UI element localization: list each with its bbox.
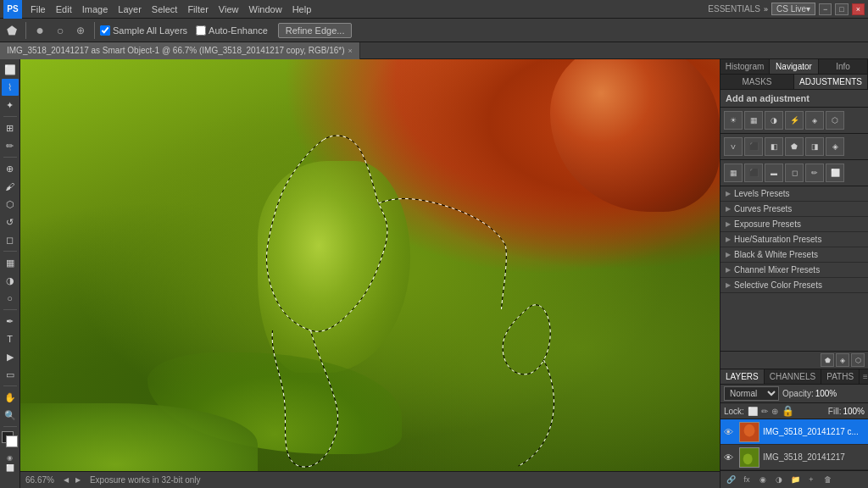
tool-shape[interactable]: ▭ [2, 366, 19, 383]
close-btn[interactable]: × [852, 3, 865, 15]
tool-lasso[interactable]: ⌇ [2, 79, 19, 96]
quick-mask-btn[interactable]: ◉ [7, 454, 13, 462]
document-tab[interactable]: IMG_3518_20141217 as Smart Object-1 @ 66… [0, 42, 360, 59]
sample-all-checkbox[interactable] [100, 25, 110, 36]
layer-item-smart[interactable]: 👁 IMG_3518_20141217 c... [721, 419, 868, 445]
layer-adjustment-icon[interactable]: ◑ [772, 473, 786, 486]
adj-curves-presets[interactable]: ▶ Curves Presets [721, 202, 868, 217]
tool-dodge[interactable]: ○ [2, 290, 19, 307]
tab-navigator[interactable]: Navigator [770, 59, 819, 74]
lock-pixels-btn[interactable]: ✏ [761, 407, 768, 416]
adj-invert-btn[interactable]: ◈ [826, 137, 844, 156]
menu-layer[interactable]: Layer [113, 3, 147, 16]
adj-selectivecolor-presets[interactable]: ▶ Selective Color Presets [721, 278, 868, 293]
lock-position-btn[interactable]: ⊕ [771, 407, 778, 416]
opacity-value[interactable]: 100% [815, 389, 837, 398]
tool-brush[interactable]: 🖌 [2, 178, 19, 195]
adj-selectivecolor-btn[interactable]: ◻ [785, 164, 804, 182]
adj-threshold-btn[interactable]: ⬛ [744, 164, 763, 182]
sample-all-label[interactable]: Sample All Layers [100, 25, 187, 36]
lock-transparent-btn[interactable]: ⬜ [748, 407, 758, 416]
adj-levels-btn[interactable]: ▦ [744, 111, 763, 130]
panel-icon-1[interactable]: ⬟ [821, 353, 834, 367]
tool-hand[interactable]: ✋ [2, 389, 19, 406]
screen-mode-btn[interactable]: ⬜ [6, 464, 14, 472]
tool-stamp[interactable]: ⬡ [2, 196, 19, 213]
auto-enhance-label[interactable]: Auto-Enhance [196, 25, 268, 36]
tab-histogram[interactable]: Histogram [721, 59, 770, 74]
adj-extra2-btn[interactable]: ⬜ [826, 164, 844, 182]
layer-item-normal[interactable]: 👁 IMG_3518_20141217 [721, 445, 868, 470]
adj-extra1-btn[interactable]: ✏ [805, 164, 824, 182]
tool-icon-main[interactable]: ⬟ [3, 22, 20, 39]
minimize-btn[interactable]: − [819, 3, 832, 15]
panel-icon-3[interactable]: ⬡ [851, 353, 865, 367]
tool-crop[interactable]: ⊞ [2, 119, 19, 136]
layer-delete-icon[interactable]: 🗑 [821, 473, 834, 486]
tool-type[interactable]: T [2, 330, 19, 347]
menu-file[interactable]: File [25, 3, 51, 16]
refine-edge-button[interactable]: Refine Edge... [278, 23, 353, 38]
menu-help[interactable]: Help [287, 3, 317, 16]
tool-eyedropper[interactable]: ✏ [2, 137, 19, 154]
tool-magic-wand[interactable]: ✦ [2, 97, 19, 114]
tab-close[interactable]: × [348, 47, 353, 55]
adj-channelmixer-btn[interactable]: ⬟ [785, 137, 804, 156]
maximize-btn[interactable]: □ [835, 3, 848, 15]
canvas-area[interactable]: .selection-path { fill: none; stroke: #f… [20, 59, 720, 488]
tool-zoom[interactable]: 🔍 [2, 407, 19, 424]
tool-pen[interactable]: ✒ [2, 313, 19, 330]
menu-filter[interactable]: Filter [182, 3, 213, 16]
cs-live-btn[interactable]: CS Live▾ [771, 3, 815, 15]
adj-bw-presets[interactable]: ▶ Black & White Presets [721, 247, 868, 263]
tool-eraser[interactable]: ◻ [2, 231, 19, 248]
blend-mode-select[interactable]: Normal [724, 386, 779, 401]
tool-blur[interactable]: ◑ [2, 272, 19, 289]
nav-next[interactable]: ▶ [73, 475, 83, 485]
tab-info[interactable]: Info [819, 59, 868, 74]
tab-adjustments[interactable]: ADJUSTMENTS [794, 75, 868, 89]
panel-icon-2[interactable]: ◈ [836, 353, 849, 367]
layers-menu-btn[interactable]: ≡ [860, 369, 868, 384]
adj-colorbalance-btn[interactable]: V [724, 137, 743, 156]
adj-exposure-btn[interactable]: ⚡ [785, 111, 804, 130]
layer-new-icon[interactable]: + [804, 473, 818, 486]
menu-edit[interactable]: Edit [51, 3, 77, 16]
adj-levels-presets[interactable]: ▶ Levels Presets [721, 186, 868, 202]
adj-gradientmap-btn[interactable]: ▬ [765, 164, 783, 182]
essentials-label[interactable]: ESSENTIALS [708, 4, 760, 14]
nav-prev[interactable]: ◀ [61, 475, 71, 485]
adj-curves-btn[interactable]: ◑ [765, 111, 783, 130]
tab-masks[interactable]: MASKS [721, 75, 794, 89]
adj-vibrance-btn[interactable]: ◈ [805, 111, 824, 130]
tool-path[interactable]: ▶ [2, 348, 19, 365]
fill-value[interactable]: 100% [843, 407, 865, 416]
adj-colorlookup-btn[interactable]: ◨ [805, 137, 824, 156]
brush-dot[interactable]: ● [31, 22, 48, 39]
auto-enhance-checkbox[interactable] [196, 25, 206, 36]
lock-all-btn[interactable]: 🔒 [782, 405, 794, 417]
adj-bw-btn[interactable]: ⬛ [744, 137, 763, 156]
adj-hue-btn[interactable]: ⬡ [826, 111, 844, 130]
layer-visibility-1[interactable]: 👁 [724, 427, 736, 437]
adj-channelmixer-presets[interactable]: ▶ Channel Mixer Presets [721, 263, 868, 278]
tab-channels[interactable]: CHANNELS [765, 369, 821, 384]
background-color[interactable] [6, 435, 18, 447]
adj-exposure-presets[interactable]: ▶ Exposure Presets [721, 217, 868, 232]
tool-marquee[interactable]: ⬜ [2, 61, 19, 78]
layer-link-icon[interactable]: 🔗 [724, 473, 737, 486]
layer-mask-icon[interactable]: ◉ [756, 473, 770, 486]
layer-visibility-2[interactable]: 👁 [724, 452, 736, 463]
menu-select[interactable]: Select [147, 3, 183, 16]
tab-paths[interactable]: PATHS [821, 369, 860, 384]
layer-fx-icon[interactable]: fx [740, 473, 754, 486]
adj-posterize-btn[interactable]: ▦ [724, 164, 743, 182]
tool-healing[interactable]: ⊕ [2, 160, 19, 177]
adj-hue-presets[interactable]: ▶ Hue/Saturation Presets [721, 232, 868, 247]
tab-layers[interactable]: LAYERS [721, 369, 765, 384]
menu-window[interactable]: Window [244, 3, 287, 16]
crosshair-icon[interactable]: ⊕ [72, 22, 89, 39]
layer-group-icon[interactable]: 📁 [788, 473, 802, 486]
tool-gradient[interactable]: ▦ [2, 254, 19, 271]
menu-view[interactable]: View [214, 3, 244, 16]
